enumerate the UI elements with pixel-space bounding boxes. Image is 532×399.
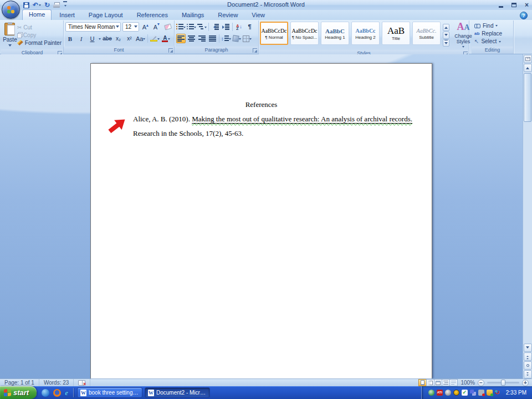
print-layout-view-button[interactable] [418, 379, 427, 386]
numbering-button[interactable] [187, 22, 196, 32]
decrease-indent-button[interactable] [211, 22, 220, 32]
update-tray-icon[interactable]: ↻ [495, 390, 501, 396]
select-browse-object-button[interactable] [524, 361, 532, 370]
subscript-button[interactable]: x₂ [114, 34, 123, 43]
format-painter-button[interactable]: Format Painter [17, 40, 62, 46]
customize-quick-access-button[interactable] [63, 1, 67, 9]
restore-button[interactable] [511, 3, 516, 7]
style-card-heading2[interactable]: AaBbCc Heading 2 [351, 22, 380, 45]
copy-button[interactable]: Copy [17, 32, 62, 38]
find-button[interactable]: Find [474, 22, 512, 29]
align-center-button[interactable] [187, 34, 196, 43]
firefox-icon[interactable] [53, 389, 61, 397]
internet-explorer-icon[interactable]: e [65, 389, 68, 396]
help-button[interactable]: ? [520, 12, 528, 19]
scroll-up-button[interactable] [524, 64, 532, 72]
scroll-down-button[interactable] [524, 344, 532, 352]
start-button[interactable]: start [0, 386, 37, 399]
previous-page-button[interactable] [524, 352, 532, 361]
zoom-level-indicator[interactable]: 100% [461, 380, 475, 386]
paragraph-dialog-launcher[interactable] [253, 48, 257, 53]
sort-button[interactable]: AZ ↓ [234, 22, 244, 32]
highlight-color-button[interactable] [150, 34, 160, 43]
zoom-slider-track[interactable] [487, 382, 519, 383]
network-tray-icon[interactable] [470, 390, 476, 396]
taskbar-item-document2[interactable]: W Document2 - Microsof... [145, 387, 210, 398]
font-size-select[interactable]: 12 [122, 22, 139, 32]
paste-button[interactable]: Paste [3, 22, 17, 48]
messenger-tray-icon[interactable] [445, 390, 451, 396]
next-page-button[interactable] [524, 370, 532, 378]
zoom-in-button[interactable]: + [522, 380, 529, 386]
word-count-indicator[interactable]: Words: 23 [39, 379, 74, 386]
cut-button[interactable]: ✂ Cut [17, 24, 62, 30]
antivirus-tray-icon[interactable] [453, 390, 459, 396]
bold-button[interactable]: B [65, 34, 75, 43]
tab-references[interactable]: References [131, 10, 174, 20]
style-card-title[interactable]: AaB Title [382, 22, 410, 45]
show-hide-button[interactable]: ¶ [245, 22, 254, 32]
multilevel-list-button[interactable] [197, 22, 207, 32]
zoom-out-button[interactable]: − [478, 380, 484, 386]
tab-review[interactable]: Review [212, 10, 244, 20]
tab-view[interactable]: View [245, 10, 271, 20]
tab-mailings[interactable]: Mailings [176, 10, 210, 20]
ati-tray-icon[interactable]: ATI [437, 390, 443, 396]
line-spacing-button[interactable]: ↕ [221, 34, 231, 43]
security-shield-tray-icon[interactable] [487, 390, 493, 396]
redo-button[interactable]: ↻ [44, 1, 50, 9]
draft-view-button[interactable] [449, 379, 458, 386]
document-page[interactable]: References Alice, A. B. (2010). Making t… [90, 63, 432, 378]
save-button[interactable] [23, 1, 29, 9]
underline-dropdown-icon[interactable] [99, 38, 101, 41]
styles-more-button[interactable] [443, 39, 449, 47]
ruler-toggle-button[interactable] [524, 55, 532, 63]
justify-button[interactable] [208, 34, 217, 43]
style-card-normal[interactable]: AaBbCcDc ¶ Normal [260, 22, 288, 45]
zoom-slider-thumb[interactable] [501, 380, 505, 386]
close-button[interactable]: × [525, 2, 529, 8]
style-card-heading1[interactable]: AaBbC Heading 1 [321, 22, 349, 45]
volume-muted-tray-icon[interactable] [478, 390, 484, 396]
align-right-button[interactable] [197, 34, 207, 43]
outline-view-button[interactable] [442, 379, 450, 386]
replace-button[interactable]: ab Replace [474, 29, 512, 37]
italic-button[interactable]: I [76, 34, 86, 43]
styles-scroll-up-button[interactable] [443, 24, 449, 31]
tab-page-layout[interactable]: Page Layout [83, 10, 129, 20]
font-name-select[interactable]: Times New Roman [65, 22, 121, 32]
clear-formatting-button[interactable] [163, 22, 172, 32]
bullets-button[interactable] [176, 22, 186, 32]
sync-check-tray-icon[interactable]: ✓ [462, 390, 468, 396]
shrink-font-button[interactable]: A [152, 22, 161, 32]
styles-scroll-down-button[interactable] [443, 32, 449, 39]
style-card-no-spacing[interactable]: AaBbCcDc ¶ No Spaci... [290, 22, 319, 45]
grow-font-button[interactable]: A [141, 22, 150, 32]
font-color-button[interactable]: A [161, 34, 171, 43]
style-card-subtitle[interactable]: AaBbCc. Subtitle [412, 22, 441, 45]
tab-home[interactable]: Home [22, 9, 52, 20]
select-button[interactable]: ↖ Select [474, 38, 512, 45]
increase-indent-button[interactable] [221, 22, 231, 32]
taskbar-item-book-three[interactable]: W book three setting up... [77, 387, 142, 398]
proofing-status-button[interactable] [74, 379, 90, 386]
page-count-indicator[interactable]: Page: 1 of 1 [0, 379, 39, 386]
borders-button[interactable] [243, 34, 252, 43]
clock[interactable]: 2:33 PM [506, 390, 526, 396]
superscript-button[interactable]: x² [125, 34, 134, 43]
web-layout-view-button[interactable] [434, 379, 442, 386]
align-left-button[interactable] [176, 34, 186, 43]
full-screen-reading-view-button[interactable] [426, 379, 434, 386]
undo-button[interactable]: ↶ [33, 1, 41, 9]
vertical-scrollbar[interactable] [523, 54, 532, 378]
office-button[interactable] [2, 1, 20, 19]
scrollbar-thumb[interactable] [524, 73, 531, 122]
minimize-button[interactable] [499, 6, 503, 8]
underline-button[interactable]: U [88, 34, 97, 43]
shading-button[interactable] [232, 34, 242, 43]
change-case-button[interactable]: Aa [136, 34, 145, 43]
strikethrough-button[interactable]: abe [103, 34, 112, 43]
font-dialog-launcher[interactable] [168, 48, 173, 53]
print-button[interactable] [53, 1, 60, 9]
utility-tray-icon[interactable] [428, 390, 434, 396]
